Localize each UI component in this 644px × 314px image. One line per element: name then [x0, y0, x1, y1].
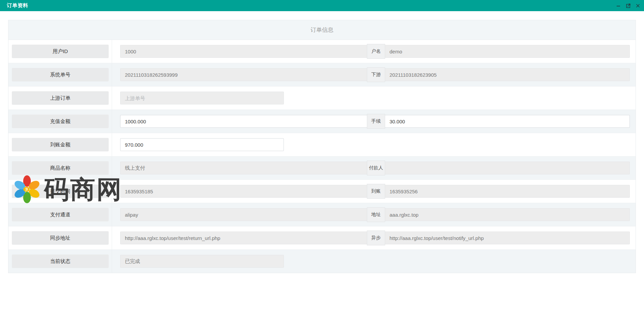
field-addon-label: 到账: [367, 184, 385, 199]
minimize-icon: [616, 3, 621, 8]
field-input: [120, 255, 284, 268]
field-input-column: 付款人: [112, 161, 636, 175]
field-label: 同步地址: [12, 231, 109, 245]
field-label-column: 商品名称: [8, 156, 112, 179]
field-input: [120, 92, 284, 104]
field-label-column: 充值金额: [8, 110, 112, 133]
field-input: [120, 185, 367, 198]
panel-title: 订单信息: [8, 20, 636, 40]
field-label: 用户ID: [12, 45, 109, 58]
field-addon-label: 户名: [367, 44, 385, 59]
field-addon-label: 下游: [367, 67, 385, 82]
field-label-column: 到账金额: [8, 133, 112, 156]
field-input-column: 地址: [112, 207, 636, 222]
form-row: 提交时间 到账: [8, 180, 636, 203]
field-input[interactable]: [120, 138, 284, 151]
minimize-button[interactable]: [616, 3, 621, 8]
field-input-column: [112, 138, 636, 151]
field-input: [120, 208, 367, 221]
field-label-column: 系统单号: [8, 63, 112, 86]
field-input: [120, 232, 367, 244]
field-label-column: 用户ID: [8, 40, 112, 63]
form-row: 系统单号 下游: [8, 63, 636, 87]
field-label: 到账金额: [12, 138, 109, 151]
field-label: 上游订单: [12, 91, 109, 105]
field-label-column: 当前状态: [8, 250, 112, 273]
form-row: 用户ID 户名: [8, 40, 636, 63]
field-secondary-input: [385, 208, 630, 221]
field-label: 充值金额: [12, 115, 109, 128]
field-addon-label: 付款人: [367, 161, 385, 175]
field-addon-label: 手续: [367, 114, 385, 129]
form-row: 同步地址 异步: [8, 226, 636, 250]
field-input-column: 异步: [112, 231, 636, 245]
form-rows: 用户ID 户名 系统单号 下游 上游订单 充值金额: [8, 40, 636, 273]
field-label-column: 上游订单: [8, 87, 112, 110]
form-row: 当前状态: [8, 250, 636, 273]
field-input-column: 户名: [112, 44, 636, 59]
window-title: 订单资料: [7, 2, 28, 9]
field-secondary-input: [385, 68, 630, 81]
field-label: 当前状态: [12, 255, 109, 268]
field-label-column: 支付通道: [8, 203, 112, 226]
form-row: 到账金额: [8, 133, 636, 156]
field-addon-label: 异步: [367, 231, 385, 245]
close-button[interactable]: [635, 3, 641, 8]
field-secondary-input: [385, 45, 630, 58]
field-label: 提交时间: [12, 185, 109, 198]
window-titlebar: 订单资料: [0, 0, 644, 11]
field-input[interactable]: [120, 115, 367, 128]
window-controls: [616, 3, 641, 8]
field-input-column: [112, 255, 636, 268]
order-info-panel: 订单信息 用户ID 户名 系统单号 下游 上游订单: [8, 20, 636, 273]
field-secondary-input: [385, 185, 630, 198]
field-input: [120, 162, 367, 174]
field-label-column: 同步地址: [8, 226, 112, 249]
field-input-column: 手续: [112, 114, 636, 129]
form-row: 上游订单: [8, 87, 636, 110]
field-secondary-input: [385, 232, 630, 244]
field-input: [120, 68, 367, 81]
field-addon-label: 地址: [367, 207, 385, 222]
close-icon: [636, 3, 640, 8]
order-details-window: 订单资料 订单信息: [0, 0, 644, 314]
field-label-column: 提交时间: [8, 180, 112, 203]
form-row: 充值金额 手续: [8, 110, 636, 133]
field-input-column: [112, 92, 636, 104]
form-row: 商品名称 付款人: [8, 156, 636, 180]
form-row: 支付通道 地址: [8, 203, 636, 226]
maximize-icon: [626, 3, 631, 8]
field-label: 支付通道: [12, 208, 109, 221]
field-secondary-input[interactable]: [385, 115, 630, 128]
maximize-button[interactable]: [625, 3, 631, 8]
field-input-column: 到账: [112, 184, 636, 199]
field-input: [120, 45, 367, 58]
field-secondary-input: [385, 162, 630, 174]
field-input-column: 下游: [112, 67, 636, 82]
field-label: 系统单号: [12, 68, 109, 81]
field-label: 商品名称: [12, 161, 109, 175]
